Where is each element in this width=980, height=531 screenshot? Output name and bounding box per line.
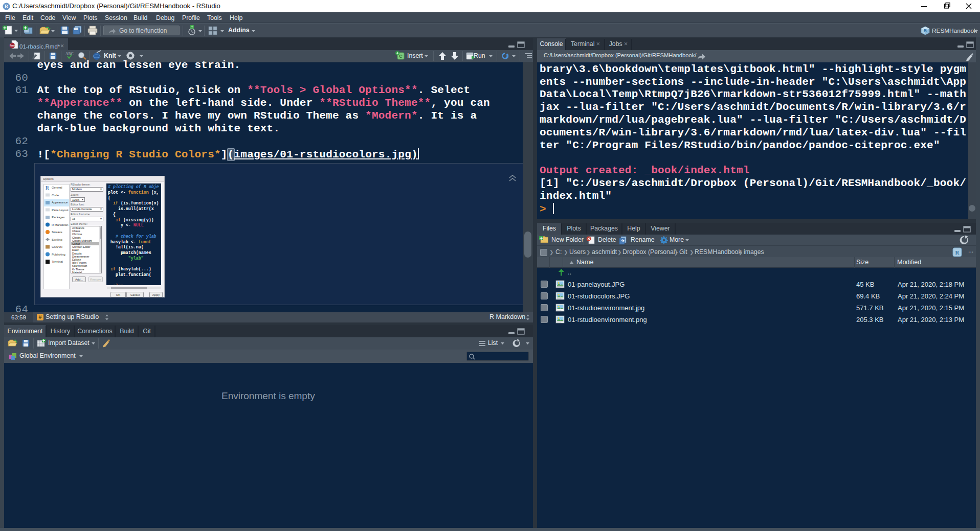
- svg-text:R: R: [46, 186, 49, 191]
- svg-text:R: R: [924, 28, 927, 33]
- svg-text:R: R: [5, 4, 9, 9]
- svg-text:Rmd: Rmd: [10, 44, 15, 47]
- svg-text:ABC: ABC: [65, 52, 74, 56]
- svg-text:C: C: [399, 54, 403, 59]
- svg-text:R: R: [955, 249, 960, 256]
